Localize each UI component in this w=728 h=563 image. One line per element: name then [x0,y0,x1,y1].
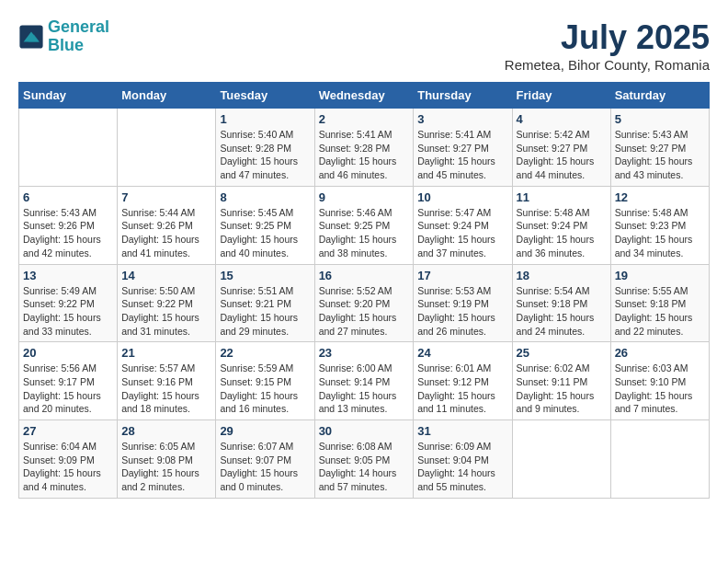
day-info: Sunrise: 5:57 AMSunset: 9:16 PMDaylight:… [121,362,211,416]
day-number: 3 [417,112,507,126]
calendar-cell: 8Sunrise: 5:45 AMSunset: 9:25 PMDaylight… [216,186,314,264]
day-info: Sunrise: 5:41 AMSunset: 9:27 PMDaylight:… [417,128,507,182]
day-number: 6 [23,190,113,204]
logo-icon [18,24,44,50]
subtitle: Remetea, Bihor County, Romania [505,57,710,73]
header: General Blue July 2025 Remetea, Bihor Co… [18,18,710,73]
day-info: Sunrise: 6:08 AMSunset: 9:05 PMDaylight:… [319,440,410,494]
day-info: Sunrise: 5:54 AMSunset: 9:18 PMDaylight:… [517,284,607,339]
day-number: 13 [23,269,113,282]
day-info: Sunrise: 5:42 AMSunset: 9:27 PMDaylight:… [517,128,607,182]
calendar-cell: 2Sunrise: 5:41 AMSunset: 9:28 PMDaylight… [314,109,414,187]
day-number: 23 [319,346,410,360]
calendar-cell: 12Sunrise: 5:48 AMSunset: 9:23 PMDayligh… [610,186,709,264]
header-saturday: Saturday [610,83,709,109]
logo-blue: Blue [48,36,84,54]
day-info: Sunrise: 5:43 AMSunset: 9:27 PMDaylight:… [615,128,705,182]
week-row-3: 13Sunrise: 5:49 AMSunset: 9:22 PMDayligh… [19,264,710,342]
calendar-cell: 16Sunrise: 5:52 AMSunset: 9:20 PMDayligh… [314,264,414,342]
day-info: Sunrise: 5:43 AMSunset: 9:26 PMDaylight:… [23,206,113,260]
calendar-cell: 7Sunrise: 5:44 AMSunset: 9:26 PMDaylight… [118,186,216,264]
day-info: Sunrise: 5:41 AMSunset: 9:28 PMDaylight:… [319,128,410,182]
day-number: 12 [615,190,705,204]
day-info: Sunrise: 6:04 AMSunset: 9:09 PMDaylight:… [23,440,113,494]
day-info: Sunrise: 5:46 AMSunset: 9:25 PMDaylight:… [319,206,410,260]
day-info: Sunrise: 6:02 AMSunset: 9:11 PMDaylight:… [517,362,607,416]
calendar-cell: 4Sunrise: 5:42 AMSunset: 9:27 PMDaylight… [512,109,610,187]
header-sunday: Sunday [19,83,118,109]
calendar-cell: 20Sunrise: 5:56 AMSunset: 9:17 PMDayligh… [19,342,118,420]
calendar-cell: 10Sunrise: 5:47 AMSunset: 9:24 PMDayligh… [414,186,512,264]
day-number: 9 [319,190,410,204]
calendar-cell: 5Sunrise: 5:43 AMSunset: 9:27 PMDaylight… [610,109,709,187]
header-thursday: Thursday [414,83,512,109]
day-info: Sunrise: 5:51 AMSunset: 9:21 PMDaylight:… [220,284,310,339]
day-number: 1 [220,112,310,126]
calendar-cell [118,109,216,187]
main-title: July 2025 [505,18,710,57]
day-info: Sunrise: 5:55 AMSunset: 9:18 PMDaylight:… [615,284,705,339]
day-number: 21 [121,346,211,360]
calendar-cell: 9Sunrise: 5:46 AMSunset: 9:25 PMDaylight… [314,186,414,264]
day-number: 30 [319,424,410,438]
day-info: Sunrise: 5:40 AMSunset: 9:28 PMDaylight:… [220,128,310,182]
day-info: Sunrise: 5:59 AMSunset: 9:15 PMDaylight:… [220,362,310,416]
day-number: 28 [121,424,211,438]
calendar-cell: 1Sunrise: 5:40 AMSunset: 9:28 PMDaylight… [216,109,314,187]
day-info: Sunrise: 6:09 AMSunset: 9:04 PMDaylight:… [417,440,507,494]
header-wednesday: Wednesday [314,83,414,109]
day-number: 7 [121,190,211,204]
day-info: Sunrise: 6:03 AMSunset: 9:10 PMDaylight:… [615,362,705,416]
day-number: 27 [23,424,113,438]
calendar-cell: 27Sunrise: 6:04 AMSunset: 9:09 PMDayligh… [19,420,118,499]
calendar-cell: 29Sunrise: 6:07 AMSunset: 9:07 PMDayligh… [216,420,314,499]
calendar-cell: 24Sunrise: 6:01 AMSunset: 9:12 PMDayligh… [414,342,512,420]
header-friday: Friday [512,83,610,109]
day-info: Sunrise: 5:53 AMSunset: 9:19 PMDaylight:… [417,284,507,339]
day-number: 16 [319,269,410,282]
calendar-cell: 17Sunrise: 5:53 AMSunset: 9:19 PMDayligh… [414,264,512,342]
day-number: 20 [23,346,113,360]
calendar-cell: 25Sunrise: 6:02 AMSunset: 9:11 PMDayligh… [512,342,610,420]
day-info: Sunrise: 6:07 AMSunset: 9:07 PMDaylight:… [220,440,310,494]
day-info: Sunrise: 6:01 AMSunset: 9:12 PMDaylight:… [417,362,507,416]
day-number: 4 [517,112,607,126]
day-info: Sunrise: 5:48 AMSunset: 9:23 PMDaylight:… [615,206,705,260]
day-info: Sunrise: 5:49 AMSunset: 9:22 PMDaylight:… [23,284,113,339]
day-info: Sunrise: 5:45 AMSunset: 9:25 PMDaylight:… [220,206,310,260]
calendar-cell: 30Sunrise: 6:08 AMSunset: 9:05 PMDayligh… [314,420,414,499]
calendar-cell: 23Sunrise: 6:00 AMSunset: 9:14 PMDayligh… [314,342,414,420]
header-monday: Monday [118,83,216,109]
day-info: Sunrise: 5:52 AMSunset: 9:20 PMDaylight:… [319,284,410,339]
calendar-cell: 13Sunrise: 5:49 AMSunset: 9:22 PMDayligh… [19,264,118,342]
day-number: 5 [615,112,705,126]
day-number: 19 [615,269,705,282]
day-number: 31 [417,424,507,438]
calendar-cell: 19Sunrise: 5:55 AMSunset: 9:18 PMDayligh… [610,264,709,342]
calendar-cell: 15Sunrise: 5:51 AMSunset: 9:21 PMDayligh… [216,264,314,342]
day-number: 14 [121,269,211,282]
day-number: 25 [517,346,607,360]
week-row-4: 20Sunrise: 5:56 AMSunset: 9:17 PMDayligh… [19,342,710,420]
calendar-cell: 3Sunrise: 5:41 AMSunset: 9:27 PMDaylight… [414,109,512,187]
day-number: 8 [220,190,310,204]
calendar-table: SundayMondayTuesdayWednesdayThursdayFrid… [18,82,710,499]
calendar-cell [610,420,709,499]
day-info: Sunrise: 5:48 AMSunset: 9:24 PMDaylight:… [517,206,607,260]
day-number: 17 [417,269,507,282]
day-number: 15 [220,269,310,282]
calendar-cell [512,420,610,499]
calendar-cell: 14Sunrise: 5:50 AMSunset: 9:22 PMDayligh… [118,264,216,342]
calendar-cell: 21Sunrise: 5:57 AMSunset: 9:16 PMDayligh… [118,342,216,420]
day-number: 18 [517,269,607,282]
calendar-cell: 11Sunrise: 5:48 AMSunset: 9:24 PMDayligh… [512,186,610,264]
day-number: 11 [517,190,607,204]
logo-general: General [48,17,109,36]
day-info: Sunrise: 6:00 AMSunset: 9:14 PMDaylight:… [319,362,410,416]
day-info: Sunrise: 5:44 AMSunset: 9:26 PMDaylight:… [121,206,211,260]
logo-text: General Blue [48,18,109,55]
week-row-5: 27Sunrise: 6:04 AMSunset: 9:09 PMDayligh… [19,420,710,499]
day-number: 26 [615,346,705,360]
day-number: 24 [417,346,507,360]
calendar-header-row: SundayMondayTuesdayWednesdayThursdayFrid… [19,83,710,109]
